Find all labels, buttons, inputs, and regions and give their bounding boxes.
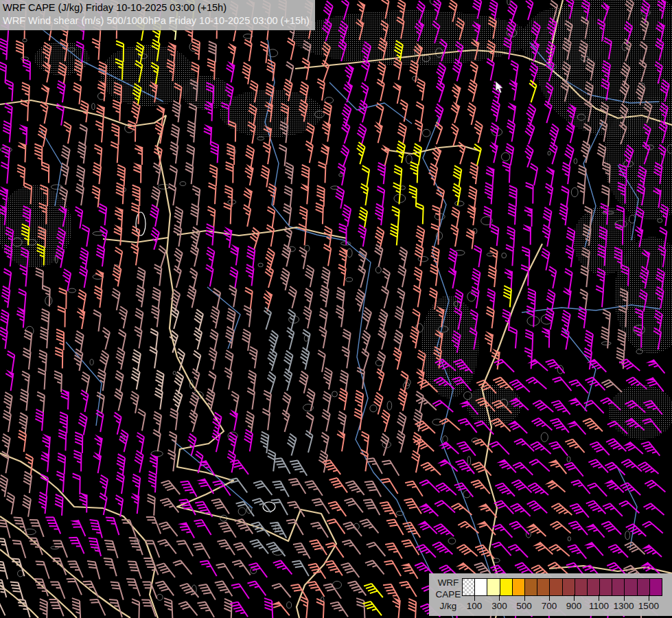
legend-swatch-3 xyxy=(500,579,513,595)
legend-swatch-4 xyxy=(513,579,525,595)
legend-tick-label: 900 xyxy=(560,601,588,611)
stipple-region xyxy=(421,295,478,398)
legend-swatch-12 xyxy=(612,579,625,595)
legend-swatch-13 xyxy=(625,579,637,595)
cape-legend: WRF CAPE J/kg 10030050070090011001300150… xyxy=(429,573,672,616)
legend-tick-label: 1300 xyxy=(610,601,638,611)
legend-title-param: CAPE xyxy=(433,588,463,600)
legend-swatch-11 xyxy=(600,579,612,595)
legend-tick xyxy=(574,595,575,601)
legend-colorbar xyxy=(462,578,662,596)
legend-tick-label: 300 xyxy=(485,601,513,611)
legend-title: WRF CAPE J/kg xyxy=(433,577,463,612)
title-line-cape: WRF CAPE (J/kg) Friday 10-10-2025 03:00 … xyxy=(3,1,310,14)
legend-swatch-6 xyxy=(537,579,550,595)
legend-tick xyxy=(599,595,599,601)
stipple-region xyxy=(609,385,672,439)
legend-tick xyxy=(499,595,500,601)
legend-swatch-5 xyxy=(525,579,537,595)
legend-tick-label: 100 xyxy=(461,601,488,611)
stipple-region xyxy=(100,45,196,106)
legend-swatch-9 xyxy=(575,579,588,595)
legend-tick xyxy=(624,595,625,601)
legend-swatch-10 xyxy=(588,579,600,595)
legend-swatch-14 xyxy=(638,579,650,595)
wrf-weather-map: WRF CAPE (J/kg) Friday 10-10-2025 03:00 … xyxy=(0,0,672,618)
legend-tick-label: 1500 xyxy=(635,601,662,611)
title-box: WRF CAPE (J/kg) Friday 10-10-2025 03:00 … xyxy=(0,0,315,30)
legend-tick xyxy=(474,595,475,601)
legend-swatch-0 xyxy=(463,579,475,595)
legend-swatch-15 xyxy=(650,579,662,595)
legend-tick-label: 700 xyxy=(535,601,563,611)
legend-swatch-8 xyxy=(563,579,575,595)
legend-tick-label: 500 xyxy=(511,601,538,611)
legend-title-unit: J/kg xyxy=(433,600,463,612)
legend-title-model: WRF xyxy=(433,577,463,588)
legend-swatch-2 xyxy=(487,579,500,595)
legend-swatch-7 xyxy=(550,579,562,595)
title-line-shear: WRF Wind shear (m/s) 500/1000hPa Friday … xyxy=(3,14,310,27)
legend-tick xyxy=(549,595,550,601)
legend-swatch-1 xyxy=(475,579,487,595)
legend-tick-label: 1100 xyxy=(585,601,612,611)
legend-tick xyxy=(524,595,525,601)
map-canvas xyxy=(0,0,672,618)
legend-tick xyxy=(649,595,649,601)
